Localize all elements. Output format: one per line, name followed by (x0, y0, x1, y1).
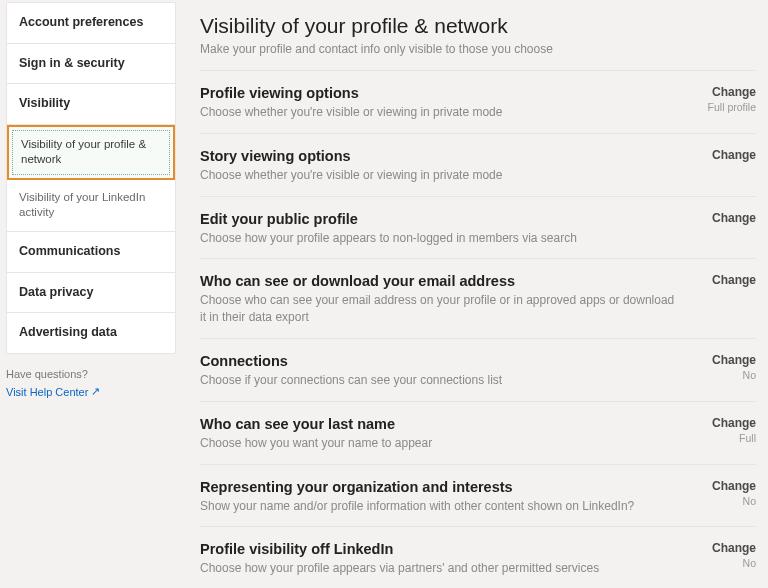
sidebar-nav: Account preferences Sign in & security V… (6, 2, 176, 354)
change-link[interactable]: Change (694, 211, 756, 225)
setting-description: Choose how your profile appears via part… (200, 560, 676, 577)
help-question-label: Have questions? (6, 368, 176, 380)
setting-title: Edit your public profile (200, 211, 676, 227)
page-subtitle: Make your profile and contact info only … (200, 42, 756, 71)
sidebar-item-data-privacy[interactable]: Data privacy (7, 273, 175, 314)
setting-description: Choose how you want your name to appear (200, 435, 676, 452)
setting-title: Story viewing options (200, 148, 676, 164)
setting-title: Who can see your last name (200, 416, 676, 432)
external-link-icon: ↗ (91, 386, 100, 397)
change-link[interactable]: Change (694, 353, 756, 367)
setting-row-right: ChangeNo (694, 479, 756, 507)
setting-row-right: ChangeFull (694, 416, 756, 444)
setting-row-right: ChangeNo (694, 353, 756, 381)
setting-value: No (694, 369, 756, 381)
setting-row-left: Story viewing optionsChoose whether you'… (200, 148, 694, 184)
setting-row-left: Who can see or download your email addre… (200, 273, 694, 326)
setting-value: No (694, 495, 756, 507)
change-link[interactable]: Change (694, 273, 756, 287)
setting-row: ConnectionsChoose if your connections ca… (200, 339, 756, 402)
change-link[interactable]: Change (694, 85, 756, 99)
setting-row-right: Change (694, 211, 756, 225)
setting-row: Profile viewing optionsChoose whether yo… (200, 71, 756, 134)
setting-description: Choose whether you're visible or viewing… (200, 104, 676, 121)
setting-row-left: Profile visibility off LinkedInChoose ho… (200, 541, 694, 577)
setting-row-left: Who can see your last nameChoose how you… (200, 416, 694, 452)
setting-row: Representing your organization and inter… (200, 465, 756, 528)
page-title: Visibility of your profile & network (200, 14, 756, 38)
setting-description: Show your name and/or profile informatio… (200, 498, 676, 515)
setting-description: Choose if your connections can see your … (200, 372, 676, 389)
sidebar-subitem-visibility-activity[interactable]: Visibility of your LinkedIn activity (7, 180, 175, 232)
setting-description: Choose who can see your email address on… (200, 292, 676, 326)
setting-row-left: Representing your organization and inter… (200, 479, 694, 515)
setting-row-right: Change (694, 148, 756, 162)
setting-title: Representing your organization and inter… (200, 479, 676, 495)
setting-title: Profile visibility off LinkedIn (200, 541, 676, 557)
setting-description: Choose whether you're visible or viewing… (200, 167, 676, 184)
change-link[interactable]: Change (694, 416, 756, 430)
help-center-link-label: Visit Help Center (6, 386, 88, 398)
change-link[interactable]: Change (694, 148, 756, 162)
setting-value: Full (694, 432, 756, 444)
setting-row-right: Change (694, 273, 756, 287)
sidebar-item-sign-in-security[interactable]: Sign in & security (7, 44, 175, 85)
sidebar-subitem-visibility-profile-network[interactable]: Visibility of your profile & network (7, 125, 175, 180)
setting-row-right: ChangeFull profile (694, 85, 756, 113)
setting-row-right: ChangeNo (694, 541, 756, 569)
settings-sidebar: Account preferences Sign in & security V… (0, 0, 182, 588)
sidebar-item-communications[interactable]: Communications (7, 232, 175, 273)
change-link[interactable]: Change (694, 479, 756, 493)
sidebar-item-visibility[interactable]: Visibility (7, 84, 175, 125)
setting-row: Who can see or download your email addre… (200, 259, 756, 339)
setting-title: Who can see or download your email addre… (200, 273, 676, 289)
setting-description: Choose how your profile appears to non-l… (200, 230, 676, 247)
help-center-link[interactable]: Visit Help Center ↗ (6, 386, 100, 398)
setting-row-left: Profile viewing optionsChoose whether yo… (200, 85, 694, 121)
setting-row-left: Edit your public profileChoose how your … (200, 211, 694, 247)
sidebar-item-advertising-data[interactable]: Advertising data (7, 313, 175, 353)
help-section: Have questions? Visit Help Center ↗ (6, 368, 176, 398)
setting-title: Profile viewing options (200, 85, 676, 101)
settings-main: Visibility of your profile & network Mak… (182, 0, 768, 588)
setting-row: Edit your public profileChoose how your … (200, 197, 756, 260)
setting-value: Full profile (694, 101, 756, 113)
setting-title: Connections (200, 353, 676, 369)
setting-row: Who can see your last nameChoose how you… (200, 402, 756, 465)
setting-row: Profile visibility off LinkedInChoose ho… (200, 527, 756, 588)
setting-row-left: ConnectionsChoose if your connections ca… (200, 353, 694, 389)
change-link[interactable]: Change (694, 541, 756, 555)
setting-value: No (694, 557, 756, 569)
setting-row: Story viewing optionsChoose whether you'… (200, 134, 756, 197)
sidebar-item-account-preferences[interactable]: Account preferences (7, 3, 175, 44)
